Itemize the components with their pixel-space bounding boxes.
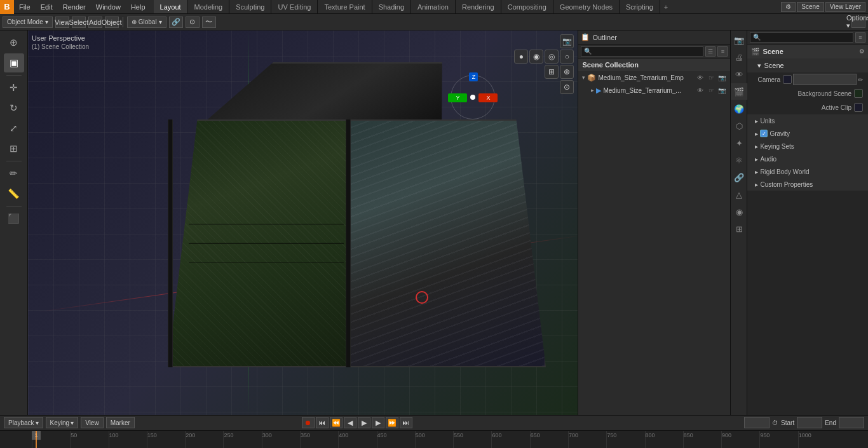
curve-btn[interactable]: 〜 — [202, 17, 216, 28]
proportional-edit-btn[interactable]: ⊙ — [560, 80, 574, 94]
props-audio-section[interactable]: ▸ Audio — [747, 153, 868, 165]
props-rigid-body-section[interactable]: ▸ Rigid Body World — [747, 165, 868, 178]
props-render-btn[interactable]: 📷 — [731, 32, 747, 48]
tab-texture-paint[interactable]: Texture Paint — [318, 0, 372, 13]
tab-scripting[interactable]: Scripting — [620, 0, 660, 13]
tl-marker-btn[interactable]: Marker — [106, 417, 135, 428]
render-icon-2[interactable]: 📷 — [717, 86, 726, 95]
tl-view-btn[interactable]: View — [81, 417, 104, 428]
rotate-tool[interactable]: ↻ — [4, 98, 24, 118]
object-menu-btn[interactable]: Object — [105, 17, 119, 28]
camera-field[interactable] — [793, 74, 857, 85]
viewport-shading-wire[interactable]: ○ — [560, 50, 574, 64]
viewport-shading-solid[interactable]: ● — [514, 50, 528, 64]
snap-btn[interactable]: 🔗 — [169, 17, 183, 28]
outliner-filter-btn-2[interactable]: ≡ — [717, 46, 728, 57]
move-tool[interactable]: ✛ — [4, 78, 24, 97]
gizmo-x-axis[interactable]: X — [478, 93, 498, 102]
gizmo-z-axis[interactable]: Z — [469, 72, 478, 81]
options-btn[interactable]: Options ▾ — [851, 17, 865, 28]
tab-sculpting[interactable]: Sculpting — [229, 0, 271, 13]
prev-keyframe-btn[interactable]: ◀ — [344, 417, 356, 428]
cursor-tool[interactable]: ⊕ — [4, 33, 24, 52]
gizmo-toggle-btn[interactable]: ⊕ — [560, 65, 574, 79]
proportional-btn[interactable]: ⊙ — [186, 17, 200, 28]
props-object-btn[interactable]: ⬡ — [731, 118, 747, 134]
props-custom-props-section[interactable]: ▸ Custom Properties — [747, 178, 868, 191]
select-box-tool[interactable]: ▣ — [4, 53, 24, 72]
step-forward-btn[interactable]: ⏩ — [386, 417, 398, 428]
tab-uv-editing[interactable]: UV Editing — [271, 0, 318, 13]
end-frame-input[interactable]: 250 — [839, 417, 864, 428]
jump-end-btn[interactable]: ⏭ — [400, 417, 412, 428]
playback-dropdown[interactable]: Playback ▾ — [4, 417, 43, 428]
props-gravity-section[interactable]: ▸ ✓ Gravity — [747, 127, 868, 140]
props-scene-header[interactable]: 🎬 Scene ⚙ — [747, 44, 868, 58]
keying-dropdown[interactable]: Keying ▾ — [46, 417, 79, 428]
add-cube-tool[interactable]: ⬛ — [4, 209, 24, 228]
measure-tool[interactable]: 📏 — [4, 184, 24, 203]
props-uv-btn[interactable]: ⊞ — [731, 221, 747, 237]
tab-layout[interactable]: Layout — [154, 0, 188, 13]
props-scene-btn[interactable]: 🎬 — [731, 83, 747, 100]
outliner-filter-btn-1[interactable]: ☰ — [705, 46, 715, 57]
play-btn[interactable]: ▶ — [358, 417, 370, 428]
view-menu-btn[interactable]: View — [55, 17, 69, 28]
start-frame-input[interactable]: 1 — [797, 417, 822, 428]
outliner-item-2[interactable]: ▸ ▶ Medium_Size_Terrarium_... 👁 ☞ 📷 — [578, 84, 730, 97]
props-view-btn[interactable]: 👁 — [731, 66, 747, 83]
outliner-item-1[interactable]: ▾ 📦 Medium_Size_Terrarium_Emp 👁 ☞ 📷 — [578, 71, 730, 84]
tab-animation[interactable]: Animation — [411, 0, 456, 13]
add-workspace-tab-button[interactable]: + — [660, 3, 672, 11]
props-world-btn[interactable]: 🌍 — [731, 100, 747, 117]
tab-rendering[interactable]: Rendering — [456, 0, 501, 13]
props-output-btn[interactable]: 🖨 — [731, 49, 747, 65]
scale-tool[interactable]: ⤢ — [4, 119, 24, 138]
selectable-icon-1[interactable]: ☞ — [707, 73, 715, 82]
tab-geometry-nodes[interactable]: Geometry Nodes — [553, 0, 620, 13]
props-units-section[interactable]: ▸ Units — [747, 114, 868, 127]
menu-render[interactable]: Render — [58, 0, 91, 13]
overlay-btn[interactable]: ⊞ — [545, 65, 559, 79]
viewport-container[interactable]: User Perspective (1) Scene Collection X … — [28, 31, 578, 415]
timeline-scrubber[interactable]: 1 50 100 150 200 250 300 350 400 450 500… — [0, 431, 868, 448]
visibility-icon-2[interactable]: 👁 — [696, 86, 705, 95]
step-back-btn[interactable]: ⏪ — [330, 417, 342, 428]
outliner-search-input[interactable] — [581, 46, 703, 57]
props-physics-btn[interactable]: ⚛ — [731, 152, 747, 168]
menu-edit[interactable]: Edit — [36, 0, 58, 13]
jump-start-btn[interactable]: ⏮ — [316, 417, 329, 428]
visibility-icon-1[interactable]: 👁 — [696, 73, 705, 82]
next-keyframe-btn[interactable]: ▶ — [372, 417, 384, 428]
transform-tool[interactable]: ⊞ — [4, 139, 24, 158]
viewport-shading-rendered[interactable]: ◎ — [545, 50, 559, 64]
selectable-icon-2[interactable]: ☞ — [707, 86, 715, 95]
menu-help[interactable]: Help — [126, 0, 151, 13]
props-scene-subsection[interactable]: ▾ Scene — [747, 58, 868, 72]
transform-dropdown[interactable]: ⊕ Global ▾ — [127, 17, 166, 28]
camera-view-btn[interactable]: 📷 — [560, 34, 574, 48]
tab-modeling[interactable]: Modeling — [188, 0, 230, 13]
annotate-tool[interactable]: ✏ — [4, 164, 24, 183]
props-filter-btn[interactable]: ≡ — [855, 32, 865, 43]
add-menu-btn[interactable]: Add — [88, 17, 102, 28]
props-material-btn[interactable]: ◉ — [731, 203, 747, 220]
viewport-shading-material[interactable]: ◉ — [529, 50, 543, 64]
props-data-btn[interactable]: △ — [731, 186, 747, 203]
current-frame-input[interactable]: 1 — [744, 417, 770, 428]
camera-pencil-icon[interactable]: ✏ — [858, 76, 863, 83]
object-mode-dropdown[interactable]: Object Mode ▾ — [3, 17, 53, 28]
menu-file[interactable]: File — [14, 0, 36, 13]
tab-shading[interactable]: Shading — [372, 0, 411, 13]
menu-window[interactable]: Window — [91, 0, 126, 13]
render-icon-1[interactable]: 📷 — [717, 73, 726, 82]
scene-selector[interactable]: Scene — [797, 2, 824, 12]
props-search-input[interactable] — [750, 32, 853, 43]
tab-compositing[interactable]: Compositing — [501, 0, 553, 13]
props-constraints-btn[interactable]: 🔗 — [731, 169, 747, 186]
record-btn[interactable]: ⏺ — [302, 417, 315, 428]
props-particles-btn[interactable]: ✦ — [731, 135, 747, 151]
gravity-checkbox[interactable]: ✓ — [760, 130, 768, 137]
viewport-gizmo[interactable]: X Y Z — [451, 75, 495, 119]
props-keying-sets-section[interactable]: ▸ Keying Sets — [747, 140, 868, 153]
